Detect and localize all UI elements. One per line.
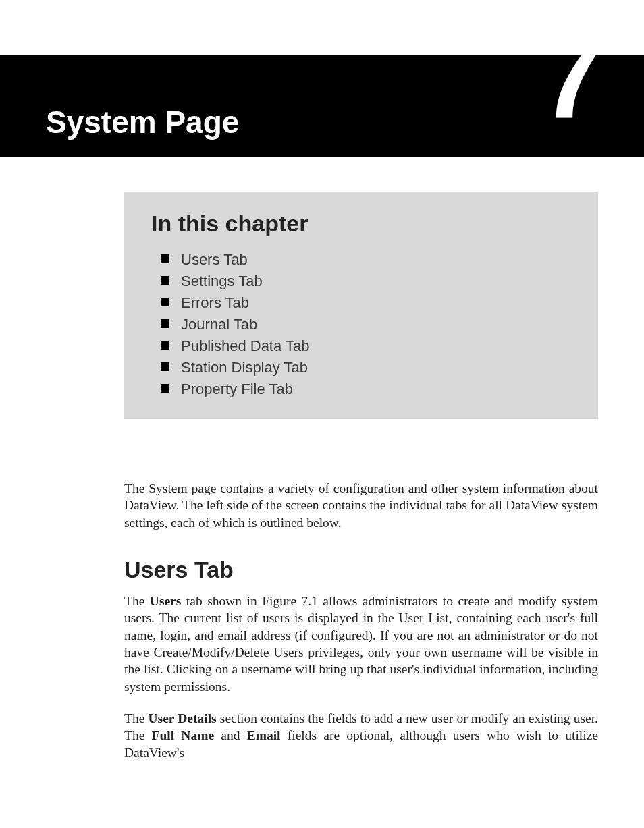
square-bullet-icon xyxy=(161,362,169,371)
text-run: tab shown in Figure 7.1 allows administr… xyxy=(124,594,598,694)
toc-item-label: Station Display Tab xyxy=(181,359,308,376)
bold-run: Email xyxy=(247,728,281,742)
body-text: The System page contains a variety of co… xyxy=(124,480,598,761)
square-bullet-icon xyxy=(161,254,169,263)
square-bullet-icon xyxy=(161,298,169,306)
chapter-banner: System Page 7 xyxy=(0,55,644,157)
intro-paragraph: The System page contains a variety of co… xyxy=(124,480,598,531)
toc-list: Users Tab Settings Tab Errors Tab Journa… xyxy=(151,249,571,400)
square-bullet-icon xyxy=(161,276,169,285)
square-bullet-icon xyxy=(161,319,169,328)
text-run: The xyxy=(124,594,150,608)
text-run: The xyxy=(124,711,148,725)
toc-item: Users Tab xyxy=(181,249,571,271)
section-paragraph: The User Details section contains the fi… xyxy=(124,710,598,761)
toc-item: Published Data Tab xyxy=(181,335,571,357)
toc-item: Errors Tab xyxy=(181,292,571,314)
toc-item: Property File Tab xyxy=(181,379,571,400)
toc-item-label: Published Data Tab xyxy=(181,337,309,354)
toc-heading: In this chapter xyxy=(151,211,571,237)
chapter-title: System Page xyxy=(46,104,239,140)
toc-item-label: Errors Tab xyxy=(181,294,249,311)
toc-item-label: Journal Tab xyxy=(181,316,257,333)
bold-run: Full Name xyxy=(152,728,215,742)
square-bullet-icon xyxy=(161,341,169,350)
in-this-chapter-box: In this chapter Users Tab Settings Tab E… xyxy=(124,192,598,419)
toc-item: Station Display Tab xyxy=(181,357,571,379)
toc-item-label: Settings Tab xyxy=(181,273,263,289)
bold-run: User Details xyxy=(148,711,216,725)
text-run: and xyxy=(214,728,247,742)
toc-item-label: Property File Tab xyxy=(181,381,293,397)
toc-item-label: Users Tab xyxy=(181,251,248,268)
bold-run: Users xyxy=(150,594,182,608)
content-column: In this chapter Users Tab Settings Tab E… xyxy=(124,192,598,761)
toc-item: Settings Tab xyxy=(181,271,571,292)
section-paragraph: The Users tab shown in Figure 7.1 allows… xyxy=(124,592,598,695)
section-heading-users-tab: Users Tab xyxy=(124,557,598,583)
chapter-number: 7 xyxy=(539,20,603,135)
toc-item: Journal Tab xyxy=(181,314,571,335)
square-bullet-icon xyxy=(161,384,169,393)
